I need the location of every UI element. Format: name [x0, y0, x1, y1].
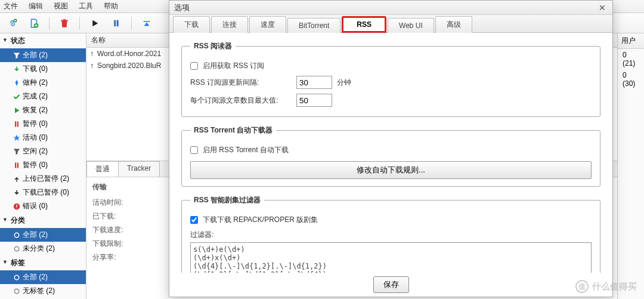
sidebar-status-item[interactable]: 空闲 (2) — [0, 144, 86, 158]
sidebar-status-item[interactable]: 做种 (2) — [0, 76, 86, 90]
resume-icon — [13, 107, 20, 114]
sidebar-item-label: 错误 (0) — [23, 201, 48, 211]
sidebar-item-label: 全部 (2) — [23, 272, 48, 282]
seed-icon — [13, 79, 20, 87]
circle-icon — [13, 288, 20, 295]
active-icon — [13, 134, 20, 141]
options-tab-下载[interactable]: 下载 — [173, 16, 210, 33]
rss-filter-legend: RSS 智能剧集过滤器 — [190, 195, 264, 205]
sidebar-item-label: 下载已暂停 (0) — [23, 187, 69, 198]
menu-help[interactable]: 帮助 — [104, 1, 118, 11]
menu-tools[interactable]: 工具 — [79, 1, 93, 11]
stat-label: 下载限制: — [92, 239, 140, 249]
resume-button[interactable] — [86, 15, 104, 32]
pause-icon — [13, 162, 20, 169]
sidebar-tag-item[interactable]: 全部 (2) — [0, 270, 86, 284]
repack-proper-label: 下载下载 REPACK/PROPER 版剧集 — [203, 215, 318, 225]
filter-icon — [13, 148, 20, 155]
save-button[interactable]: 保存 — [373, 276, 409, 293]
add-link-button[interactable] — [4, 15, 21, 32]
menu-file[interactable]: 文件 — [4, 1, 18, 11]
sidebar-status-item[interactable]: 下载已暂停 (0) — [0, 186, 86, 199]
sidebar-item-label: 暂停 (0) — [23, 119, 48, 129]
options-tab-bittorrent[interactable]: BitTorrent — [287, 18, 340, 33]
sidebar: 状态 全部 (2)下载 (0)做种 (2)完成 (2)恢复 (2)暂停 (0)活… — [0, 33, 86, 299]
circle-icon — [13, 232, 20, 239]
peer-count-row: 0 (21) — [618, 49, 644, 69]
add-file-button[interactable] — [25, 15, 43, 32]
sidebar-category-item[interactable]: 全部 (2) — [0, 228, 86, 242]
sidebar-status-item[interactable]: 活动 (0) — [0, 131, 86, 144]
sidebar-item-label: 未分类 (2) — [23, 243, 55, 254]
rss-reader-legend: RSS 阅读器 — [190, 41, 236, 51]
repack-proper-checkbox[interactable] — [190, 216, 198, 224]
tab-tracker[interactable]: Tracker — [118, 161, 160, 177]
upload-arrow-icon: ↑ — [90, 61, 94, 70]
check-icon — [13, 93, 20, 100]
circle-icon — [13, 274, 20, 281]
sidebar-item-label: 全部 (2) — [23, 50, 48, 60]
sidebar-status-item[interactable]: 暂停 (0) — [0, 158, 86, 172]
right-panel: 用户 0 (21) 0 (30) — [617, 33, 644, 299]
pause-button[interactable] — [107, 15, 125, 32]
filter-textarea[interactable]: s(\d+)e(\d+) (\d+)x(\d+) (\d{4}[.\-]\d{1… — [190, 242, 592, 273]
column-header-user[interactable]: 用户 — [618, 33, 644, 49]
sidebar-head-category[interactable]: 分类 — [0, 213, 86, 228]
down-icon — [13, 66, 20, 73]
stat-label: 分享率: — [92, 252, 140, 263]
enable-rss-label: 启用获取 RSS 订阅 — [203, 61, 264, 71]
sidebar-item-label: 恢复 (2) — [23, 105, 48, 115]
close-icon[interactable]: ✕ — [597, 3, 608, 13]
sidebar-category-item[interactable]: 未分类 (2) — [0, 242, 86, 255]
options-tab-连接[interactable]: 连接 — [211, 16, 248, 33]
sidebar-status-item[interactable]: 错误 (0) — [0, 199, 86, 213]
sidebar-item-label: 无标签 (2) — [23, 286, 55, 296]
rss-filter-group: RSS 智能剧集过滤器 下载下载 REPACK/PROPER 版剧集 过滤器: … — [181, 195, 600, 273]
sidebar-status-item[interactable]: 暂停 (0) — [0, 117, 86, 131]
sidebar-item-label: 全部 (2) — [23, 230, 48, 240]
svg-point-4 — [14, 246, 19, 251]
enable-rss-checkbox[interactable] — [190, 62, 198, 70]
stat-label: 下载速度: — [92, 225, 140, 235]
up-icon — [13, 175, 20, 183]
dialog-tabs: 下载连接速度BitTorrentRSSWeb UI高级 — [169, 15, 612, 33]
tab-general[interactable]: 普通 — [86, 161, 119, 177]
down-icon — [13, 189, 20, 196]
rss-max-input[interactable] — [296, 94, 332, 107]
stat-label: 已下载: — [92, 211, 140, 221]
svg-point-3 — [14, 233, 19, 238]
sidebar-item-label: 做种 (2) — [23, 78, 48, 88]
sidebar-item-label: 完成 (2) — [23, 91, 48, 101]
options-dialog: 选项 ✕ 下载连接速度BitTorrentRSSWeb UI高级 RSS 阅读器… — [169, 0, 613, 297]
sidebar-status-item[interactable]: 上传已暂停 (2) — [0, 172, 86, 186]
sidebar-status-item[interactable]: 下载 (0) — [0, 62, 86, 76]
menu-view[interactable]: 视图 — [54, 1, 68, 11]
edit-rules-button[interactable]: 修改自动下载规则... — [190, 161, 592, 179]
options-tab-rss[interactable]: RSS — [342, 16, 386, 33]
sidebar-head-tag[interactable]: 标签 — [0, 255, 86, 270]
options-tab-web ui[interactable]: Web UI — [388, 18, 434, 33]
sidebar-item-label: 下载 (0) — [23, 64, 48, 74]
dialog-title: 选项 — [174, 2, 190, 13]
options-tab-高级[interactable]: 高级 — [435, 16, 472, 33]
sidebar-item-label: 活动 (0) — [23, 132, 48, 143]
dialog-body: RSS 阅读器 启用获取 RSS 订阅 RSS 订阅源更新间隔: 分钟 每个订阅… — [169, 33, 612, 273]
sidebar-head-status[interactable]: 状态 — [0, 33, 86, 48]
options-tab-速度[interactable]: 速度 — [249, 16, 286, 33]
filter-label: 过滤器: — [190, 230, 213, 240]
circle-icon — [13, 245, 20, 252]
top-priority-button[interactable] — [138, 15, 156, 32]
sidebar-status-item[interactable]: 完成 (2) — [0, 90, 86, 103]
rss-interval-label: RSS 订阅源更新间隔: — [190, 78, 292, 88]
svg-point-6 — [14, 289, 19, 294]
enable-rss-torrent-checkbox[interactable] — [190, 146, 198, 154]
dialog-titlebar: 选项 ✕ — [169, 1, 612, 15]
filter-icon — [13, 52, 20, 59]
menu-edit[interactable]: 编辑 — [29, 1, 43, 11]
sidebar-status-item[interactable]: 全部 (2) — [0, 48, 86, 62]
rss-interval-input[interactable] — [296, 76, 332, 89]
sidebar-tag-item[interactable]: 无标签 (2) — [0, 284, 86, 298]
delete-button[interactable] — [55, 15, 73, 32]
sidebar-status-item[interactable]: 恢复 (2) — [0, 103, 86, 117]
sidebar-item-label: 空闲 (2) — [23, 146, 48, 156]
